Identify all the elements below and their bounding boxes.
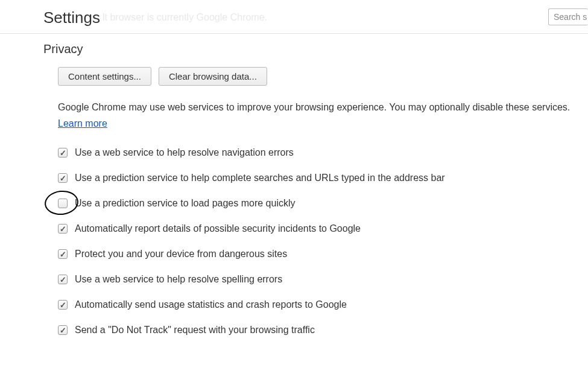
privacy-option-row: Send a "Do Not Track" request with your … xyxy=(58,325,588,336)
learn-more-link[interactable]: Learn more xyxy=(58,118,107,129)
privacy-option-label[interactable]: Automatically report details of possible… xyxy=(75,223,361,234)
privacy-option-label[interactable]: Send a "Do Not Track" request with your … xyxy=(75,325,315,336)
privacy-option-row: Use a web service to help resolve spelli… xyxy=(58,274,588,285)
privacy-options-list: Use a web service to help resolve naviga… xyxy=(58,147,588,336)
privacy-option-checkbox[interactable] xyxy=(58,224,68,234)
privacy-option-checkbox[interactable] xyxy=(58,275,68,284)
privacy-option-row: Automatically send usage statistics and … xyxy=(58,299,588,310)
privacy-option-checkbox[interactable] xyxy=(58,325,68,335)
privacy-option-label[interactable]: Use a web service to help resolve naviga… xyxy=(75,147,294,158)
privacy-description-text: Google Chrome may use web services to im… xyxy=(58,102,570,112)
privacy-option-label[interactable]: Protect you and your device from dangero… xyxy=(75,249,287,259)
clear-browsing-data-button[interactable]: Clear browsing data... xyxy=(159,67,267,86)
privacy-option-row: Automatically report details of possible… xyxy=(58,223,588,234)
privacy-option-row: Use a web service to help resolve naviga… xyxy=(58,147,588,158)
content-settings-button[interactable]: Content settings... xyxy=(58,67,151,86)
privacy-option-checkbox[interactable] xyxy=(58,249,68,259)
privacy-option-checkbox[interactable] xyxy=(58,199,68,208)
privacy-option-row: Use a prediction service to help complet… xyxy=(58,173,588,183)
privacy-option-row: Protect you and your device from dangero… xyxy=(58,249,588,259)
privacy-option-label[interactable]: Automatically send usage statistics and … xyxy=(75,299,347,310)
privacy-option-checkbox[interactable] xyxy=(58,300,68,310)
privacy-option-row: Use a prediction service to load pages m… xyxy=(58,198,588,209)
search-input[interactable]: Search s xyxy=(548,8,588,25)
privacy-section: Privacy Content settings... Clear browsi… xyxy=(0,34,588,336)
page-title: Settings xyxy=(43,8,588,27)
privacy-option-label[interactable]: Use a prediction service to help complet… xyxy=(75,173,445,183)
header: lt browser is currently Google Chrome. S… xyxy=(0,0,588,34)
privacy-option-label[interactable]: Use a web service to help resolve spelli… xyxy=(75,274,282,285)
privacy-option-checkbox[interactable] xyxy=(58,148,68,158)
privacy-button-row: Content settings... Clear browsing data.… xyxy=(58,67,588,86)
privacy-option-checkbox[interactable] xyxy=(58,173,68,183)
privacy-option-label[interactable]: Use a prediction service to load pages m… xyxy=(75,198,296,209)
search-placeholder: Search s xyxy=(554,12,587,22)
privacy-description: Google Chrome may use web services to im… xyxy=(58,99,588,132)
section-title-privacy: Privacy xyxy=(43,42,588,56)
